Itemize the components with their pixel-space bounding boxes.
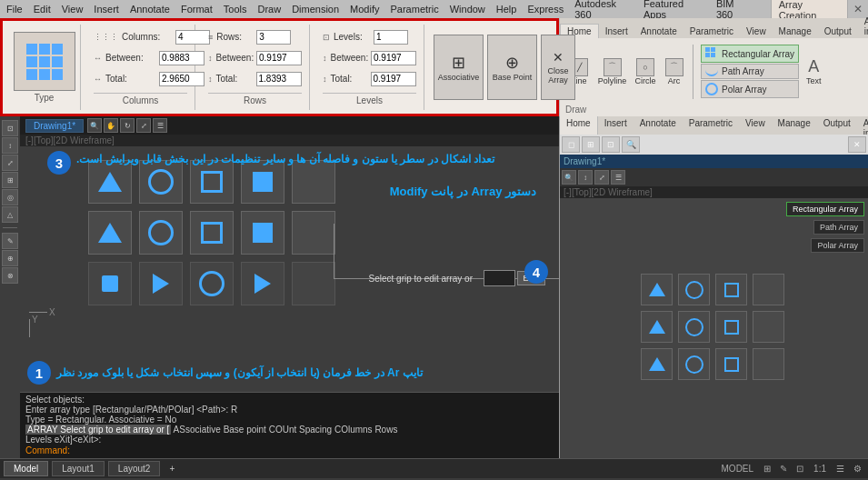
menu-format[interactable]: Format bbox=[176, 4, 217, 15]
bim360-tab[interactable]: BIM 360 bbox=[712, 0, 756, 20]
menu-edit[interactable]: Edit bbox=[29, 4, 55, 15]
rp-vt-btn-4[interactable]: ☰ bbox=[611, 170, 625, 185]
base-point-btn[interactable]: ⊕ Base Point bbox=[487, 35, 537, 100]
status-icon-2[interactable]: ✎ bbox=[777, 464, 790, 474]
menu-parametric[interactable]: Parametric bbox=[386, 4, 444, 15]
scale-display: 1:1 bbox=[810, 464, 830, 474]
rp-tool-4[interactable]: 🔍 bbox=[622, 136, 640, 153]
grip-label: Select grip to edit array or bbox=[369, 274, 474, 284]
menu-help[interactable]: Help bbox=[492, 4, 522, 15]
rp-path-array-label[interactable]: Path Array bbox=[813, 220, 864, 235]
layout2-tab[interactable]: Layout2 bbox=[108, 461, 161, 476]
rp-tool-1[interactable]: ◻ bbox=[562, 136, 580, 153]
menu-draw[interactable]: Draw bbox=[253, 4, 285, 15]
grip-input-field[interactable] bbox=[484, 270, 515, 286]
anno1-circle: 1 bbox=[27, 361, 51, 385]
menu-express[interactable]: Express bbox=[523, 4, 568, 15]
vt-btn-orbit[interactable]: ↻ bbox=[120, 118, 135, 133]
between-row-label: Between: bbox=[216, 53, 254, 63]
tool-btn-4[interactable]: ⊞ bbox=[2, 172, 18, 188]
model-tab[interactable]: Model bbox=[4, 461, 48, 476]
rectangular-type-btn[interactable] bbox=[14, 32, 75, 91]
output-tab[interactable]: Output bbox=[818, 25, 858, 38]
vt-btn-pan[interactable]: ✋ bbox=[104, 118, 118, 133]
layout1-tab[interactable]: Layout1 bbox=[52, 461, 105, 476]
tool-btn-3[interactable]: ⤢ bbox=[2, 155, 18, 171]
rp-vt-btn-1[interactable]: 🔍 bbox=[562, 170, 576, 185]
rp-vt-btn-2[interactable]: ↕ bbox=[578, 170, 593, 185]
vt-btn-extents[interactable]: ⤢ bbox=[136, 118, 151, 133]
rectangular-array-btn[interactable]: Rectangular Array bbox=[701, 45, 799, 63]
rp-tool-2[interactable]: ⊞ bbox=[582, 136, 600, 153]
rpanel-tab-output[interactable]: Output bbox=[817, 116, 857, 135]
rp-polar-array-label[interactable]: Polar Array bbox=[811, 238, 864, 253]
menu-insert[interactable]: Insert bbox=[89, 4, 124, 15]
vt-btn-zoom[interactable]: 🔍 bbox=[87, 118, 102, 133]
menu-tools[interactable]: Tools bbox=[219, 4, 252, 15]
vt-btn-named[interactable]: ☰ bbox=[153, 118, 167, 133]
rpanel-tab-manage[interactable]: Manage bbox=[772, 116, 817, 135]
arc-btn[interactable]: ⌒ Arc bbox=[663, 58, 685, 85]
associative-btn[interactable]: ⊞ Associative bbox=[434, 35, 484, 100]
view-tab[interactable]: View bbox=[740, 25, 773, 38]
tool-btn-6[interactable]: △ bbox=[2, 206, 18, 223]
circle-btn[interactable]: ○ Circle bbox=[632, 58, 659, 85]
more-btn[interactable]: A Text bbox=[806, 57, 822, 85]
annotate-tab[interactable]: Annotate bbox=[634, 25, 683, 38]
rows-input[interactable] bbox=[256, 30, 291, 45]
adsk360-tab[interactable]: Autodesk 360 bbox=[570, 0, 637, 20]
total-row-input[interactable] bbox=[256, 72, 302, 86]
rpanel-tab-annotate[interactable]: Annotate bbox=[634, 116, 683, 135]
rpanel-tab-insert[interactable]: Insert bbox=[598, 116, 634, 135]
columns-section-label: Columns bbox=[94, 93, 187, 105]
viewport-label: [-][Top][2D Wireframe] bbox=[20, 135, 559, 146]
levels-label: Levels: bbox=[334, 32, 370, 42]
menu-window[interactable]: Window bbox=[445, 4, 490, 15]
rp-close-btn[interactable]: ✕ bbox=[848, 136, 866, 153]
rpanel-tab-parametric[interactable]: Parametric bbox=[683, 116, 739, 135]
close-array-btn[interactable]: ✕ Close Array bbox=[541, 35, 575, 100]
anno3-circle: 3 bbox=[47, 151, 71, 175]
polyline-btn[interactable]: ⌒ Polyline bbox=[596, 58, 628, 85]
menu-file[interactable]: File bbox=[2, 4, 27, 15]
total-lev-input[interactable] bbox=[371, 72, 416, 86]
between-lev-input[interactable] bbox=[371, 51, 416, 65]
insert-tab[interactable]: Insert bbox=[599, 25, 634, 38]
between-row-input[interactable] bbox=[256, 51, 302, 65]
cmd-input[interactable] bbox=[70, 445, 554, 456]
rp-tool-3[interactable]: ⊡ bbox=[602, 136, 620, 153]
manage-tab[interactable]: Manage bbox=[773, 25, 818, 38]
status-icon-4[interactable]: ☰ bbox=[833, 464, 847, 474]
tool-btn-7[interactable]: ✎ bbox=[2, 233, 18, 249]
total-col-input[interactable] bbox=[159, 72, 205, 86]
parametric-tab[interactable]: Parametric bbox=[683, 25, 740, 38]
rows-section-label: Rows bbox=[208, 93, 302, 105]
menu-annotate[interactable]: Annotate bbox=[125, 4, 175, 15]
between-col-input[interactable] bbox=[159, 51, 205, 65]
tool-btn-2[interactable]: ↕ bbox=[2, 137, 18, 154]
rpanel-tab-home[interactable]: Home bbox=[560, 116, 598, 135]
status-icon-3[interactable]: ⊡ bbox=[793, 464, 806, 474]
levels-section-label: Levels bbox=[323, 93, 416, 105]
polar-array-btn[interactable]: Polar Array bbox=[701, 80, 799, 98]
levels-input[interactable] bbox=[374, 30, 408, 45]
tool-btn-9[interactable]: ⊗ bbox=[2, 267, 18, 284]
tool-btn-1[interactable]: ⊡ bbox=[2, 120, 18, 136]
menu-dimension[interactable]: Dimension bbox=[287, 4, 344, 15]
status-icon-1[interactable]: ⊞ bbox=[761, 464, 773, 474]
rpanel-tab-addins[interactable]: Add-ins bbox=[857, 116, 868, 135]
rpanel-tab-view[interactable]: View bbox=[739, 116, 772, 135]
add-layout-btn[interactable]: + bbox=[164, 462, 180, 475]
path-array-btn[interactable]: Path Array bbox=[701, 64, 799, 79]
status-icon-5[interactable]: ⚙ bbox=[851, 464, 864, 474]
model-badge: MODEL bbox=[718, 464, 758, 474]
tool-btn-5[interactable]: ◎ bbox=[2, 189, 18, 205]
menu-bar: File Edit View Insert Annotate Format To… bbox=[0, 0, 868, 18]
featured-apps-tab[interactable]: Featured Apps bbox=[639, 0, 710, 20]
close-window-btn[interactable]: ✕ bbox=[850, 3, 866, 15]
menu-view[interactable]: View bbox=[57, 4, 88, 15]
menu-modify[interactable]: Modify bbox=[345, 4, 384, 15]
addins-tab[interactable]: Add-ins bbox=[858, 15, 868, 38]
rp-vt-btn-3[interactable]: ⤢ bbox=[594, 170, 609, 185]
tool-btn-8[interactable]: ⊕ bbox=[2, 250, 18, 266]
